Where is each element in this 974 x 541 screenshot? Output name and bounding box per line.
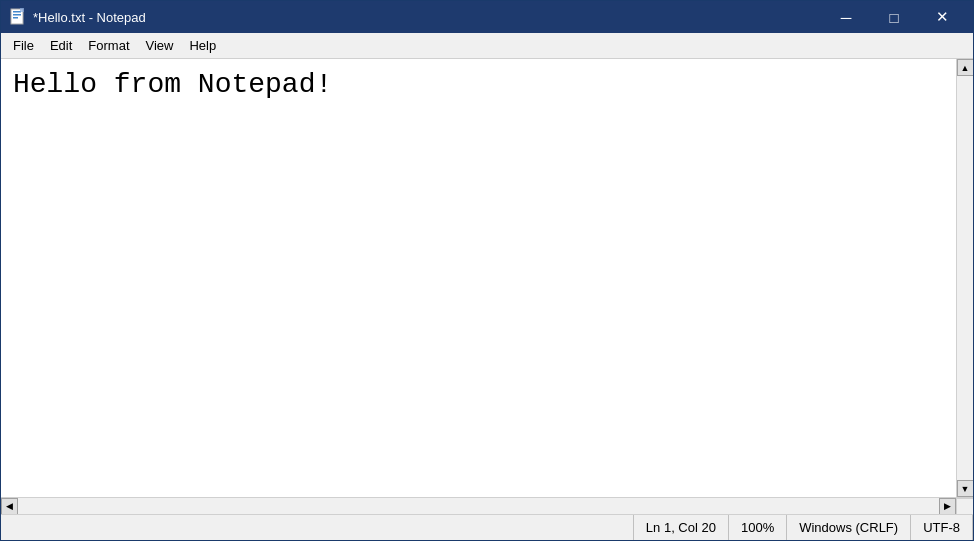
svg-rect-4 <box>20 8 24 12</box>
status-spacer <box>1 515 634 540</box>
title-bar-left: *Hello.txt - Notepad <box>9 8 146 26</box>
scroll-up-button[interactable]: ▲ <box>957 59 974 76</box>
text-editor[interactable] <box>1 59 956 497</box>
scroll-vertical-track[interactable] <box>957 76 974 480</box>
menu-view[interactable]: View <box>138 35 182 57</box>
window-title: *Hello.txt - Notepad <box>33 10 146 25</box>
scroll-right-button[interactable]: ▶ <box>939 498 956 515</box>
editor-wrapper: ▲ ▼ ◀ ▶ <box>1 59 973 514</box>
menu-bar: File Edit Format View Help <box>1 33 973 59</box>
title-bar: *Hello.txt - Notepad ─ □ ✕ <box>1 1 973 33</box>
vertical-scrollbar: ▲ ▼ <box>956 59 973 497</box>
zoom-level: 100% <box>729 515 787 540</box>
menu-help[interactable]: Help <box>181 35 224 57</box>
editor-main: ▲ ▼ <box>1 59 973 497</box>
window-controls: ─ □ ✕ <box>823 1 965 33</box>
notepad-window: *Hello.txt - Notepad ─ □ ✕ File Edit For… <box>0 0 974 541</box>
scroll-down-button[interactable]: ▼ <box>957 480 974 497</box>
menu-file[interactable]: File <box>5 35 42 57</box>
svg-rect-2 <box>13 14 21 16</box>
scroll-horizontal-track[interactable] <box>18 498 939 515</box>
status-bar: Ln 1, Col 20 100% Windows (CRLF) UTF-8 <box>1 514 973 540</box>
cursor-position: Ln 1, Col 20 <box>634 515 729 540</box>
maximize-button[interactable]: □ <box>871 1 917 33</box>
scrollbar-corner <box>956 498 973 515</box>
svg-rect-3 <box>13 17 18 19</box>
minimize-button[interactable]: ─ <box>823 1 869 33</box>
horizontal-scrollbar: ◀ ▶ <box>1 497 973 514</box>
svg-rect-1 <box>13 11 21 13</box>
line-ending: Windows (CRLF) <box>787 515 911 540</box>
app-icon <box>9 8 27 26</box>
bottom-area: ◀ ▶ <box>1 497 973 514</box>
menu-edit[interactable]: Edit <box>42 35 80 57</box>
close-button[interactable]: ✕ <box>919 1 965 33</box>
encoding: UTF-8 <box>911 515 973 540</box>
menu-format[interactable]: Format <box>80 35 137 57</box>
scroll-left-button[interactable]: ◀ <box>1 498 18 515</box>
